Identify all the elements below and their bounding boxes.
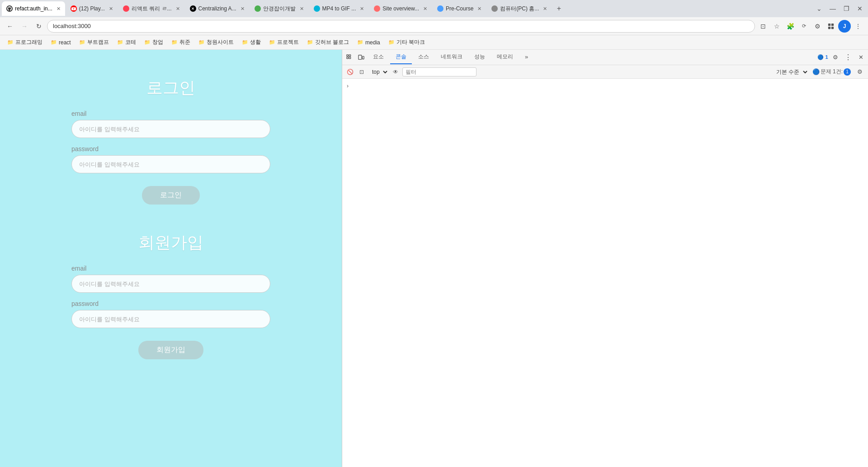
signup-password-input[interactable]: [71, 310, 270, 328]
svg-rect-1: [831, 23, 834, 25]
console-context-select[interactable]: top: [368, 67, 389, 76]
tab-refact[interactable]: refact:auth_in... ✕: [2, 1, 65, 16]
console-context-icon[interactable]: ⊡: [357, 67, 367, 77]
signup-title: 회원가입: [138, 232, 203, 254]
tab-list-button[interactable]: ⌄: [813, 2, 826, 15]
tab-env-close[interactable]: ✕: [300, 6, 304, 12]
devtools-content: ›: [342, 79, 868, 467]
console-issue-count: 🔵 문제 1건: 1: [812, 68, 851, 76]
bookmark-github-blog[interactable]: 📁 깃허브 블로그: [303, 37, 353, 48]
login-email-input[interactable]: [71, 120, 270, 138]
devtools-device-icon[interactable]: [356, 52, 367, 63]
history-icon[interactable]: ⟳: [797, 20, 810, 33]
profile-button[interactable]: J: [838, 20, 851, 33]
bookmark-bootcamp[interactable]: 📁 부트캠프: [75, 37, 113, 48]
minimize-button[interactable]: —: [826, 2, 839, 15]
devtools-tab-elements[interactable]: 요소: [368, 50, 389, 64]
console-eye-icon[interactable]: 👁: [391, 67, 401, 77]
svg-rect-2: [828, 26, 830, 29]
tab-yt[interactable]: (12) Play... ✕: [66, 1, 118, 16]
tab-pre-close[interactable]: ✕: [477, 6, 481, 12]
signup-button[interactable]: 회원가입: [138, 341, 203, 359]
signup-email-input[interactable]: [71, 275, 270, 293]
devtools-tab-memory[interactable]: 메모리: [491, 50, 519, 64]
tab-yt-close[interactable]: ✕: [109, 6, 113, 12]
folder-icon: 📁: [388, 39, 395, 45]
devtools-inspect-icon[interactable]: [344, 52, 355, 63]
bookmark-career[interactable]: 📁 취준: [168, 37, 194, 48]
main-layout: 로그인 email password 로그인 회원가입 email passwo…: [0, 50, 868, 467]
tab-env[interactable]: 안경잡이개발 ✕: [250, 1, 308, 16]
tab-site-close[interactable]: ✕: [423, 6, 427, 12]
bookmark-media[interactable]: 📁 media: [354, 38, 384, 47]
signup-section: 회원가입 email password 회원가입: [71, 232, 270, 359]
tab-query[interactable]: 리액트 쿼리 ㄹ... ✕: [118, 1, 184, 16]
bookmark-code[interactable]: 📁 코테: [113, 37, 140, 48]
bookmark-project[interactable]: 📁 프로젝트: [265, 37, 302, 48]
console-filter-input[interactable]: [402, 67, 476, 76]
tab-pc-close[interactable]: ✕: [543, 6, 547, 12]
bookmark-star-icon[interactable]: ☆: [770, 20, 783, 33]
login-password-input[interactable]: [71, 155, 270, 173]
console-clear-icon[interactable]: 🚫: [345, 67, 355, 77]
bookmark-petition[interactable]: 📁 청원사이트: [195, 37, 237, 48]
more-button[interactable]: ⋮: [852, 20, 864, 33]
devtools-tab-console[interactable]: 콘솔: [390, 50, 412, 64]
browser-ext1[interactable]: [825, 20, 837, 33]
settings-icon[interactable]: ⚙: [811, 20, 824, 33]
devtools-more-icon[interactable]: ⋮: [843, 52, 854, 63]
devtools-settings-icon[interactable]: ⚙: [830, 52, 841, 63]
tab-mp4[interactable]: MP4 to GIF ... ✕: [309, 1, 369, 16]
devtools-actions: 🔵 1 ⚙ ⋮ ✕: [817, 52, 866, 63]
extension-icon[interactable]: 🧩: [784, 20, 797, 33]
tab-query-close[interactable]: ✕: [176, 6, 180, 12]
login-button[interactable]: 로그인: [142, 186, 200, 205]
folder-icon: 📁: [79, 39, 85, 45]
devtools-tab-network[interactable]: 네트워크: [435, 50, 468, 64]
tab-bar: refact:auth_in... ✕ (12) Play... ✕ 리액트 쿼…: [0, 0, 868, 17]
bookmark-life[interactable]: 📁 생활: [238, 37, 264, 48]
tab-cent[interactable]: ✕ Centralizing A... ✕: [185, 1, 249, 16]
bookmark-startup[interactable]: 📁 창업: [141, 37, 167, 48]
cast-icon[interactable]: ⊡: [757, 20, 769, 33]
login-email-group: email: [71, 110, 270, 138]
signup-email-label: email: [71, 265, 270, 272]
new-tab-button[interactable]: +: [552, 2, 565, 15]
reload-button[interactable]: ↻: [33, 20, 45, 33]
console-prompt-arrow: ›: [345, 82, 350, 90]
bookmarks-bar: 📁 프로그래밍 📁 react 📁 부트캠프 📁 코테 📁 창업 📁 취준 📁 …: [0, 35, 868, 50]
tab-pc[interactable]: 컴퓨터(PC) 홈... ✕: [487, 1, 552, 16]
folder-icon: 📁: [269, 39, 275, 45]
tab-mp4-close[interactable]: ✕: [360, 6, 364, 12]
devtools-sub-right: 기본 수준 🔵 문제 1건: 1 ⚙: [773, 67, 865, 77]
devtools-close-icon[interactable]: ✕: [855, 52, 866, 63]
svg-rect-3: [831, 26, 834, 29]
tab-pre[interactable]: Pre-Course ✕: [433, 1, 486, 16]
close-window-button[interactable]: ✕: [854, 2, 866, 15]
bookmark-react[interactable]: 📁 react: [47, 38, 75, 47]
bookmark-programming[interactable]: 📁 프로그래밍: [4, 37, 46, 48]
devtools-issue-icon[interactable]: 🔵 1: [817, 52, 828, 63]
signup-password-label: password: [71, 300, 270, 307]
svg-rect-6: [347, 57, 349, 59]
devtools-tab-sources[interactable]: 소스: [413, 50, 434, 64]
maximize-button[interactable]: ❐: [840, 2, 853, 15]
forward-button[interactable]: →: [18, 20, 31, 33]
tab-mp4-label: MP4 to GIF ...: [322, 5, 356, 12]
tab-cent-close[interactable]: ✕: [241, 6, 245, 12]
address-bar[interactable]: localhost:3000: [47, 20, 755, 33]
folder-icon: 📁: [144, 39, 151, 45]
browser-toolbar: ← → ↻ localhost:3000 ⊡ ☆ 🧩 ⟳ ⚙ J ⋮: [0, 17, 868, 35]
devtools-tab-more[interactable]: »: [519, 51, 533, 64]
issue-label: 문제 1건:: [821, 68, 843, 76]
toolbar-actions: ⊡ ☆ 🧩 ⟳ ⚙ J ⋮: [757, 20, 864, 33]
folder-icon: 📁: [7, 39, 14, 45]
console-settings-right-icon[interactable]: ⚙: [854, 67, 865, 77]
back-button[interactable]: ←: [4, 20, 16, 33]
tab-site[interactable]: Site overview... ✕: [369, 1, 432, 16]
bookmark-other[interactable]: 📁 기타 북마크: [385, 37, 429, 48]
devtools-tab-performance[interactable]: 성능: [469, 50, 491, 64]
console-level-select[interactable]: 기본 수준: [773, 67, 809, 76]
tab-refact-close[interactable]: ✕: [57, 6, 61, 12]
signup-email-group: email: [71, 265, 270, 293]
